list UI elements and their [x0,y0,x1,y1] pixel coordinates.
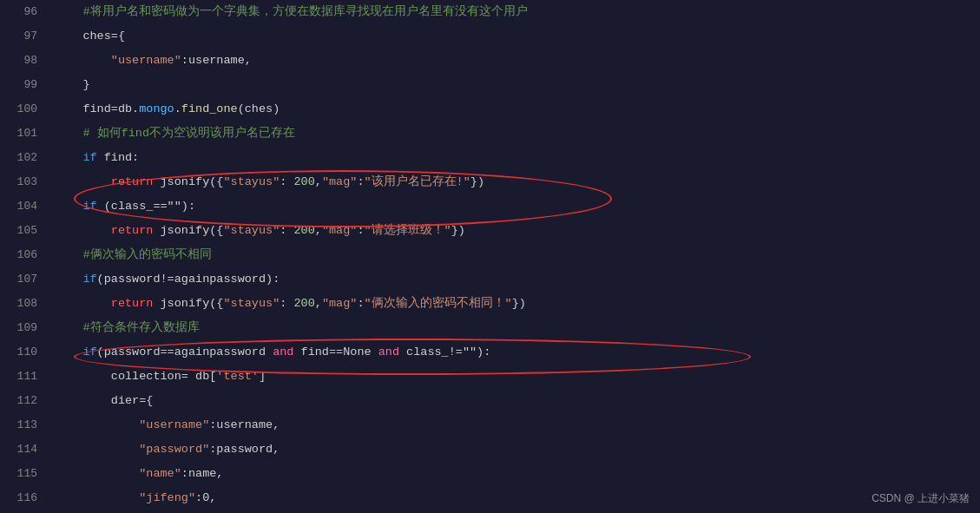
line-number: 112 [0,389,48,413]
line-number: 111 [0,365,48,389]
code-token: "该用户名已存在!" [365,175,470,188]
code-token: : [357,224,364,237]
code-line: 100 find=db.mongo.find_one(ches) [0,97,980,122]
code-token: (password!=againpassword): [97,273,280,286]
line-number: 104 [0,194,48,219]
code-token: jsonify({ [153,175,223,188]
line-number: 101 [0,122,48,146]
code-token: "username" [139,418,209,431]
code-token: #俩次输入的密码不相同 [55,248,212,261]
code-token: (ches) [238,102,280,115]
code-token: jsonify({ [153,297,223,310]
code-token [55,151,82,164]
code-token: "mag" [322,224,358,237]
code-token: dier={ [55,394,153,407]
code-line: 116 "jifeng":0, [0,486,980,510]
code-token: }) [470,175,484,188]
line-content: if(password==againpassword and find==Non… [48,340,980,365]
code-token: :username, [209,418,280,431]
code-token: "stayus" [223,175,280,188]
code-token: }) [512,297,526,310]
code-token: if [82,200,96,213]
code-token: if [82,273,96,286]
line-content: "password":password, [48,437,980,462]
code-token: and [273,345,293,358]
code-line: 96 #将用户名和密码做为一个字典集，方便在数据库寻找现在用户名里有没有这个用户 [0,0,980,24]
line-number: 114 [0,437,48,462]
code-line: 111 collection= db['test'] [0,365,980,389]
code-token: #符合条件存入数据库 [55,321,200,334]
code-token: jsonify({ [153,224,223,237]
line-content: "username":username, [48,49,980,73]
code-token [55,224,111,237]
line-number: 110 [0,340,48,365]
line-number: 96 [0,0,48,24]
line-number: 113 [0,413,48,437]
line-number: 103 [0,170,48,194]
line-number: 115 [0,462,48,486]
line-content: if(password!=againpassword): [48,267,980,292]
code-token: return [111,297,154,310]
line-content: "jifeng":0, [48,486,980,510]
line-number: 100 [0,97,48,122]
line-content: return jsonify({"stayus": 200,"mag":"请选择… [48,219,980,243]
code-token: return [111,224,154,237]
code-token: . [174,102,181,115]
code-line: 108 return jsonify({"stayus": 200,"mag":… [0,292,980,316]
code-line: 98 "username":username, [0,49,980,73]
line-content: } [48,73,980,97]
code-token: }) [451,224,465,237]
line-number: 102 [0,146,48,170]
code-token: "mag" [322,175,358,188]
code-line: 97 ches={ [0,24,980,49]
line-number: 108 [0,292,48,316]
code-token: : [357,175,364,188]
code-line: 106 #俩次输入的密码不相同 [0,243,980,267]
code-token: if [82,345,96,358]
code-token: : [280,297,293,310]
code-line: 104 if (class_==""): [0,194,980,219]
code-line: 103 return jsonify({"stayus": 200,"mag":… [0,170,980,194]
line-number: 98 [0,49,48,73]
code-token: : [280,224,293,237]
code-token: 'test' [216,370,259,383]
code-token: , [315,224,322,237]
code-token: collection= db[ [55,370,216,383]
code-line: 113 "username":username, [0,413,980,437]
code-line: 101 # 如何find不为空说明该用户名已存在 [0,122,980,146]
code-token: find: [97,151,140,164]
code-line: 112 dier={ [0,389,980,413]
line-content: collection= db['test'] [48,365,980,389]
code-line: 105 return jsonify({"stayus": 200,"mag":… [0,219,980,243]
code-token: ] [259,370,266,383]
code-token: (class_==""): [97,200,195,213]
line-number: 106 [0,243,48,267]
code-token: } [55,78,90,91]
code-token [55,54,111,67]
code-token: :name, [181,467,224,480]
code-token: return [111,175,154,188]
code-line: 107 if(password!=againpassword): [0,267,980,292]
code-token: 200 [293,224,314,237]
code-token: find==None [293,345,378,358]
code-token: ches={ [55,30,125,43]
code-token: "password" [139,443,209,456]
code-token [55,345,82,358]
code-token: "俩次输入的密码不相同！" [365,297,512,310]
code-token [55,273,82,286]
code-token: class_!=""): [399,345,490,358]
code-token: , [315,297,322,310]
code-token: # 如何find不为空说明该用户名已存在 [55,127,295,140]
code-token [55,443,139,456]
code-token: (password==againpassword [97,345,273,358]
code-token: "jifeng" [139,491,195,504]
line-number: 109 [0,316,48,340]
line-number: 99 [0,73,48,97]
code-line: 110 if(password==againpassword and find=… [0,340,980,365]
code-token: "name" [139,467,181,480]
line-number: 97 [0,24,48,49]
line-content: # 如何find不为空说明该用户名已存在 [48,122,980,146]
code-token: "username" [111,54,181,67]
code-token: and [378,345,399,358]
code-token: "stayus" [223,297,280,310]
